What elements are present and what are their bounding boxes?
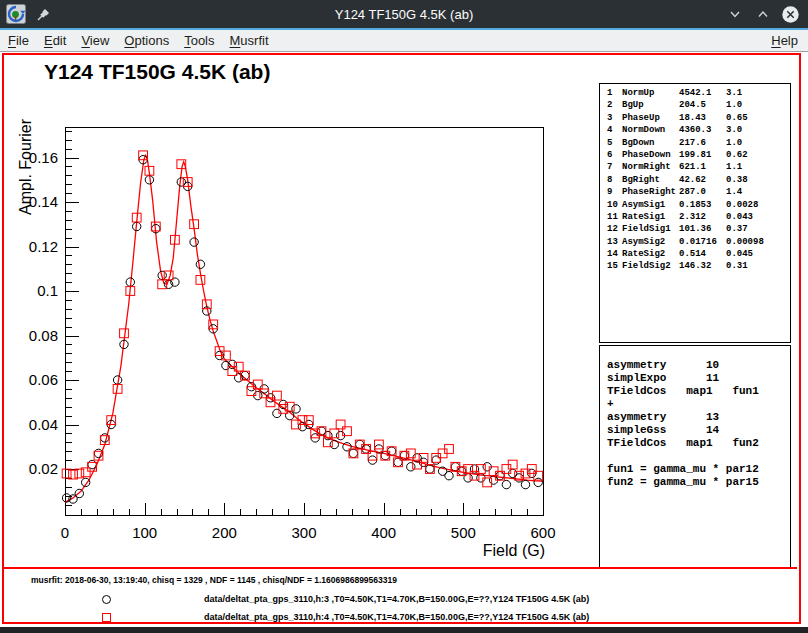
parameter-row: 11RateSig12.3120.043 [600, 212, 790, 224]
maximize-button[interactable] [753, 5, 772, 24]
parameter-index: 15 [607, 261, 618, 271]
y-tick-label: 0.1 [37, 282, 58, 299]
menu-musrfit[interactable]: Musrfit [230, 33, 269, 48]
parameter-row: 9PhaseRight287.01.4 [600, 187, 790, 199]
open-circle-icon [102, 595, 111, 604]
parameter-index: 4 [607, 125, 612, 135]
y-tick-label: 0.06 [29, 371, 58, 388]
parameter-row: 7NormRight621.11.1 [600, 162, 790, 174]
parameter-name: NormUp [622, 88, 654, 98]
parameter-name: PhaseDown [622, 150, 671, 160]
parameter-name: FieldSig1 [622, 224, 671, 234]
parameter-name: BgUp [622, 100, 644, 110]
parameter-name: PhaseUp [622, 113, 660, 123]
parameter-index: 11 [607, 212, 618, 222]
parameter-error: 3.1 [726, 88, 742, 98]
series-circles [62, 156, 542, 504]
x-tick-label: 500 [451, 524, 476, 541]
parameter-index: 14 [607, 249, 618, 259]
menu-tools[interactable]: Tools [184, 33, 214, 48]
x-tick-label: 300 [291, 524, 316, 541]
parameter-row: 2BgUp204.51.0 [600, 100, 790, 112]
parameter-value: 621.1 [679, 162, 706, 172]
y-axis-title: Ampl. Fourier [17, 118, 34, 215]
theory-line: TFieldCos map1 fun1 [607, 385, 790, 398]
parameter-value: 101.36 [679, 224, 711, 234]
parameter-value: 2.312 [679, 212, 706, 222]
close-button[interactable] [781, 5, 800, 24]
parameter-error: 1.4 [726, 187, 742, 197]
x-tick-label: 200 [212, 524, 237, 541]
theory-pane[interactable]: asymmetry 10simplExpo 11TFieldCos map1 f… [599, 345, 791, 568]
parameter-index: 13 [607, 237, 618, 247]
close-icon [781, 5, 800, 24]
parameter-index: 2 [607, 100, 612, 110]
y-tick-label: 0.08 [29, 327, 58, 344]
y-tick-label: 0.04 [29, 416, 58, 433]
parameter-value: 0.1853 [679, 200, 711, 210]
fit-status-text: musrfit: 2018-06-30, 13:19:40, chisq = 1… [31, 575, 397, 585]
parameter-value: 42.62 [679, 175, 706, 185]
parameter-error: 1.0 [726, 100, 742, 110]
menu-help[interactable]: Help [771, 33, 798, 48]
y-tick-label: 0.12 [29, 238, 58, 255]
parameter-row: 5BgDown217.61.0 [600, 138, 790, 150]
theory-line: simplExpo 11 [607, 372, 790, 385]
parameter-error: 0.045 [726, 249, 753, 259]
parameter-name: NormDown [622, 125, 665, 135]
minimize-button[interactable] [725, 5, 744, 24]
info-pad[interactable]: musrfit: 2018-06-30, 13:19:40, chisq = 1… [4, 567, 797, 623]
parameters-pane[interactable]: 1NormUp4542.13.12BgUp204.51.03PhaseUp18.… [599, 83, 791, 343]
menu-file[interactable]: File [8, 33, 29, 48]
parameter-index: 8 [607, 175, 612, 185]
parameter-error: 3.0 [726, 125, 742, 135]
menu-view[interactable]: View [81, 33, 109, 48]
root-canvas[interactable]: 01002003004005006000.020.040.060.080.10.… [0, 52, 808, 627]
parameter-name: AsymSig2 [622, 237, 665, 247]
theory-line: asymmetry 10 [607, 359, 790, 372]
parameter-name: BgRight [622, 175, 660, 185]
parameter-index: 3 [607, 113, 612, 123]
y-tick-label: 0.02 [29, 460, 58, 477]
tick-labels: 01002003004005006000.020.040.060.080.10.… [29, 149, 556, 542]
menu-edit[interactable]: Edit [44, 33, 66, 48]
parameter-name: NormRight [622, 162, 671, 172]
titlebar[interactable]: Y124 TF150G 4.5K (ab) [0, 0, 808, 28]
parameter-error: 0.62 [726, 150, 748, 160]
parameter-value: 217.6 [679, 138, 706, 148]
x-tick-label: 0 [61, 524, 69, 541]
window-frame-bottom [0, 627, 808, 633]
parameter-name: PhaseRight [622, 187, 676, 197]
parameter-error: 0.65 [726, 113, 748, 123]
parameter-rows: 1NormUp4542.13.12BgUp204.51.03PhaseUp18.… [600, 88, 790, 274]
axes [66, 128, 544, 516]
parameter-index: 1 [607, 88, 612, 98]
x-tick-label: 100 [132, 524, 157, 541]
parameter-error: 1.1 [726, 162, 742, 172]
parameter-value: 0.01716 [679, 237, 717, 247]
legend-label: data/deltat_pta_gps_3110,h:4 ,T0=4.50K,T… [204, 612, 589, 622]
parameter-name: FieldSig2 [622, 261, 671, 271]
parameter-error: 0.0028 [726, 200, 758, 210]
theory-line [607, 450, 790, 463]
x-axis-title: Field (G) [483, 542, 545, 559]
parameter-row: 10AsymSig10.18530.0028 [600, 200, 790, 212]
parameter-value: 0.514 [679, 249, 706, 259]
menu-options[interactable]: Options [124, 33, 169, 48]
parameter-row: 4NormDown4360.33.0 [600, 125, 790, 137]
musrfit-app-icon[interactable] [6, 4, 26, 24]
theory-line: fun2 = gamma_mu * par15 [607, 476, 790, 489]
legend-row: data/deltat_pta_gps_3110,h:4 ,T0=4.50K,T… [4, 612, 797, 626]
plot-pad[interactable]: 01002003004005006000.020.040.060.080.10.… [0, 52, 598, 569]
parameter-row: 13AsymSig20.017160.00098 [600, 237, 790, 249]
x-tick-label: 600 [530, 524, 555, 541]
pin-icon[interactable] [36, 6, 52, 22]
parameter-index: 7 [607, 162, 612, 172]
musrfit-window: Y124 TF150G 4.5K (ab) FileEditViewO [0, 0, 808, 633]
parameter-index: 6 [607, 150, 612, 160]
chevron-down-icon [728, 7, 742, 21]
open-square-icon [102, 613, 111, 622]
parameter-error: 1.0 [726, 138, 742, 148]
theory-line: asymmetry 13 [607, 411, 790, 424]
parameter-value: 287.0 [679, 187, 706, 197]
